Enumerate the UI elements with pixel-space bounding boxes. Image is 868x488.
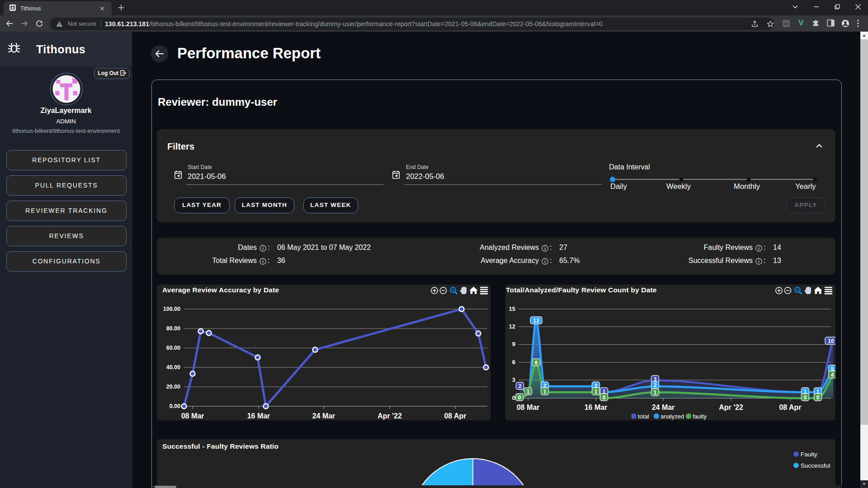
svg-text:Faulty: Faulty (801, 451, 817, 458)
svg-text:08 Mar: 08 Mar (517, 404, 540, 411)
svg-text:1: 1 (804, 389, 807, 395)
svg-text:24 Mar: 24 Mar (652, 404, 675, 411)
svg-text:2: 2 (543, 383, 547, 389)
svg-text:2: 2 (519, 383, 522, 389)
svg-text:13: 13 (533, 318, 539, 324)
svg-text:0: 0 (816, 394, 820, 401)
svg-text:0: 0 (804, 394, 807, 401)
svg-text:Apr '22: Apr '22 (377, 412, 402, 420)
svg-text:08 Apr: 08 Apr (779, 404, 801, 411)
svg-text:2: 2 (594, 383, 598, 389)
svg-text:6: 6 (535, 360, 538, 366)
svg-text:5: 5 (831, 366, 834, 372)
svg-text:6: 6 (512, 359, 515, 366)
svg-text:1: 1 (603, 389, 606, 395)
svg-text:0: 0 (518, 394, 521, 401)
svg-text:0.00: 0.00 (170, 403, 180, 409)
svg-text:40.00: 40.00 (166, 364, 180, 371)
svg-text:9: 9 (512, 341, 515, 347)
svg-text:faulty: faulty (693, 413, 707, 420)
svg-text:15: 15 (509, 305, 515, 312)
svg-text:100.00: 100.00 (163, 306, 180, 312)
svg-text:Apr '22: Apr '22 (719, 404, 743, 411)
svg-text:1: 1 (816, 389, 820, 395)
svg-text:1: 1 (543, 389, 547, 395)
svg-text:60.00: 60.00 (166, 345, 180, 351)
svg-text:0: 0 (603, 394, 606, 401)
svg-text:total: total (638, 413, 649, 420)
svg-text:0: 0 (512, 394, 515, 401)
svg-text:08 Apr: 08 Apr (444, 412, 466, 420)
svg-text:1: 1 (527, 389, 530, 395)
svg-text:3: 3 (654, 376, 657, 383)
svg-text:3: 3 (512, 376, 515, 383)
svg-text:12: 12 (509, 323, 515, 330)
svg-text:Successful: Successful (801, 462, 830, 469)
svg-text:24 Mar: 24 Mar (312, 412, 335, 420)
svg-text:80.00: 80.00 (166, 325, 180, 332)
svg-text:analyzed: analyzed (660, 413, 684, 420)
svg-text:20.00: 20.00 (166, 384, 180, 390)
svg-text:4: 4 (831, 372, 834, 378)
svg-text:1: 1 (654, 389, 657, 396)
svg-text:16 Mar: 16 Mar (247, 412, 270, 420)
svg-text:1: 1 (594, 389, 598, 395)
svg-text:2: 2 (654, 382, 657, 389)
svg-text:10: 10 (828, 338, 834, 344)
svg-text:08 Mar: 08 Mar (181, 412, 204, 420)
svg-text:16 Mar: 16 Mar (585, 404, 608, 411)
